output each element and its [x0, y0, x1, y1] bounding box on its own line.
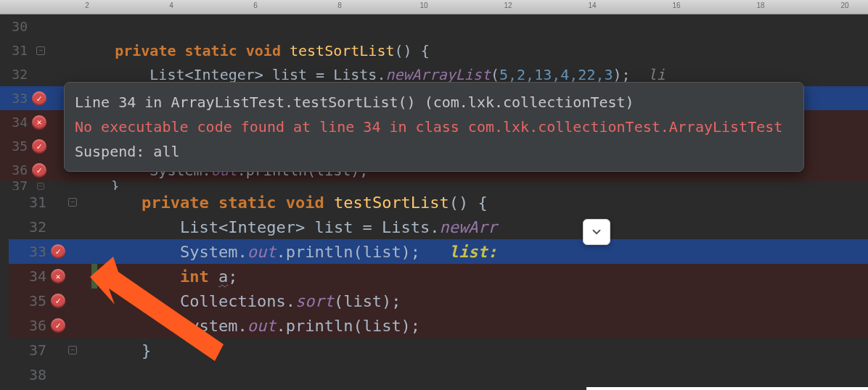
- breakpoint-check-icon[interactable]: [32, 139, 46, 154]
- code-line[interactable]: 31 − private static void testSortList() …: [9, 190, 868, 215]
- line-number: 36: [9, 317, 51, 334]
- gutter[interactable]: −: [51, 198, 91, 207]
- tooltip-error: No executable code found at line 34 in c…: [75, 115, 793, 139]
- breakpoint-tooltip: Line 34 in ArrayListTest.testSortList() …: [64, 82, 804, 172]
- tooltip-suspend: Suspend: all: [75, 139, 793, 164]
- fold-minus-icon[interactable]: −: [68, 346, 77, 354]
- chevron-down-icon: [590, 225, 603, 238]
- fold-minus-icon[interactable]: −: [37, 183, 44, 190]
- breakpoint-invalid-icon[interactable]: [32, 115, 46, 130]
- line-number: 34: [9, 267, 51, 285]
- code-text: private static void testSortList() {: [71, 42, 430, 59]
- breakpoint-check-icon[interactable]: [51, 318, 65, 333]
- line-number: 35: [0, 138, 32, 154]
- dropdown-button[interactable]: [583, 219, 610, 245]
- code-text: List<Integer> list = Lists.newArrayList(…: [71, 66, 666, 83]
- gutter[interactable]: −: [32, 46, 71, 55]
- breakpoint-check-icon[interactable]: [51, 294, 65, 308]
- line-number: 37: [9, 341, 51, 359]
- line-number: 31: [9, 194, 51, 211]
- breakpoint-check-icon[interactable]: [32, 91, 46, 106]
- code-line[interactable]: 32 List<Integer> list = Lists.newArr: [9, 215, 868, 239]
- line-number: 32: [0, 67, 32, 82]
- annotation-arrow-icon: [78, 254, 238, 384]
- breakpoint-invalid-icon[interactable]: [51, 269, 65, 283]
- line-number: 35: [9, 292, 51, 310]
- code-line[interactable]: 30: [0, 14, 868, 38]
- line-number: 30: [0, 19, 32, 34]
- line-number: 32: [9, 218, 51, 236]
- breakpoint-check-icon[interactable]: [32, 163, 46, 178]
- code-line[interactable]: 31 − private static void testSortList() …: [0, 38, 868, 62]
- line-number: 34: [0, 115, 32, 130]
- code-text: List<Integer> list = Lists.newArr: [91, 218, 497, 236]
- line-number: 38: [9, 366, 51, 383]
- tooltip-location: Line 34 in ArrayListTest.testSortList() …: [75, 90, 793, 115]
- line-number: 36: [0, 162, 32, 178]
- fold-minus-icon[interactable]: −: [68, 198, 77, 207]
- code-text: private static void testSortList() {: [91, 194, 488, 212]
- line-number: 33: [0, 91, 32, 106]
- ruler: 2 4 6 8 10 12 14 16 18 20: [0, 0, 868, 14]
- breakpoint-check-icon[interactable]: [51, 244, 65, 259]
- fold-minus-icon[interactable]: −: [36, 46, 45, 55]
- svg-marker-0: [90, 257, 224, 361]
- line-number: 33: [9, 243, 51, 260]
- line-number: 31: [0, 43, 32, 58]
